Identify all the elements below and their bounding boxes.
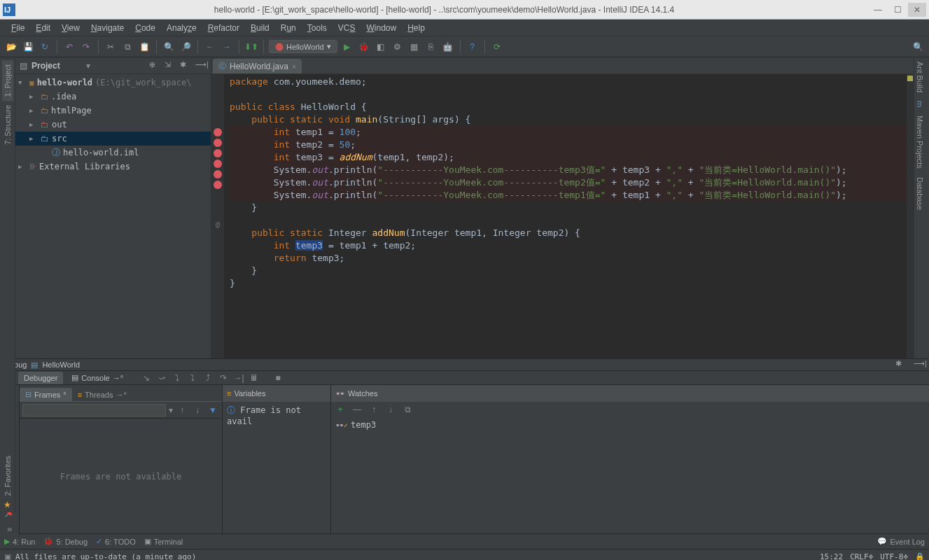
stop-icon[interactable]: ⎘ [424, 40, 438, 54]
error-stripe[interactable] [907, 74, 914, 358]
tool-window-ant[interactable]: Ant Build [914, 57, 925, 97]
save-all-icon[interactable]: 💾 [21, 40, 35, 54]
code-line[interactable] [230, 88, 908, 101]
run-button[interactable]: ▶ [340, 40, 354, 54]
coverage-icon[interactable]: ◧ [374, 40, 388, 54]
code-line[interactable]: System.out.println("-----------YouMeek.c… [230, 164, 908, 176]
filter-icon[interactable]: ▼ [207, 404, 219, 416]
menu-view[interactable]: View [56, 21, 85, 35]
add-watch-icon[interactable]: + [334, 403, 347, 416]
breakpoint-marker[interactable] [214, 128, 222, 136]
dropdown-icon[interactable]: ▾ [86, 61, 90, 71]
code-editor[interactable]: @ package com.youmeek.demo;public class … [211, 74, 914, 358]
step-out-icon[interactable]: ⤴ [202, 372, 214, 384]
step-over-icon[interactable]: ⤻ [155, 372, 168, 384]
status-icon[interactable]: ▣ [4, 552, 11, 560]
hide-icon[interactable]: ⟶| [195, 60, 207, 71]
code-line[interactable]: System.out.println("-----------YouMeek.c… [230, 176, 908, 189]
breakpoint-marker[interactable] [214, 139, 222, 147]
help-icon[interactable]: ? [466, 40, 480, 54]
replace-icon[interactable]: 🔎 [179, 40, 193, 54]
editor-tab[interactable]: Ⓒ HelloWorld.java × [213, 59, 302, 74]
find-icon[interactable]: 🔍 [162, 40, 176, 54]
search-everywhere-icon[interactable]: 🔍 [911, 40, 925, 54]
code-line[interactable]: int temp3 = addNum(temp1, temp2); [230, 151, 908, 164]
remove-watch-icon[interactable]: — [351, 403, 363, 416]
code-line[interactable]: int temp2 = 50; [230, 139, 908, 151]
up-icon[interactable]: ↑ [368, 403, 380, 416]
scroll-from-source-icon[interactable]: ⊕ [149, 60, 160, 71]
menu-window[interactable]: Window [361, 21, 402, 35]
gear-icon[interactable]: ✱ [895, 359, 907, 370]
bottom-todo[interactable]: ✓6: TODO [96, 537, 136, 546]
run-configuration-dropdown[interactable]: ⬤ HelloWorld ▾ [269, 40, 337, 53]
code-line[interactable]: public static Integer addNum(Integer tem… [230, 227, 908, 239]
forward-icon[interactable]: → [220, 40, 234, 54]
menu-navigate[interactable]: Navigate [85, 21, 130, 35]
make-icon[interactable]: ⬇⬆ [244, 40, 258, 54]
tool-window-structure[interactable]: 7: Structure [2, 101, 13, 149]
status-encoding[interactable]: UTF-8≑ [880, 552, 908, 560]
tool-window-database[interactable]: Database [914, 173, 925, 214]
menu-help[interactable]: Help [402, 21, 431, 35]
android-icon[interactable]: 🤖 [441, 40, 455, 54]
tool-window-favorites[interactable]: 2: Favorites [2, 451, 13, 500]
evaluate-icon[interactable]: 🖩 [248, 372, 260, 384]
menu-file[interactable]: File [6, 21, 30, 35]
show-execution-point-icon[interactable]: ↘ [140, 372, 153, 384]
tree-root[interactable]: ▼ ▣ hello-world (E:\git_work_space\ [15, 76, 211, 90]
menu-edit[interactable]: Edit [30, 21, 56, 35]
step-into-icon[interactable]: ⤵ [171, 372, 183, 384]
hide-icon[interactable]: ⟶| [914, 359, 925, 370]
tool-window-maven[interactable]: m [914, 97, 925, 111]
threads-tab[interactable]: ≡ Threads →° [72, 388, 132, 401]
menu-vcs[interactable]: VCS [333, 21, 361, 35]
status-line-ending[interactable]: CRLF≑ [850, 552, 873, 560]
back-icon[interactable]: ← [203, 40, 217, 54]
tree-item[interactable]: Ⓙ hello-world.iml [15, 146, 211, 160]
lock-icon[interactable]: 🔒 [915, 552, 925, 560]
copy-icon[interactable]: ⧉ [401, 403, 414, 416]
code-line[interactable]: public static void main(String[] args) { [230, 113, 908, 126]
tree-item[interactable]: ▶ 🗀 .idea [15, 90, 211, 104]
code-line[interactable]: System.out.println("-----------YouMeek.c… [230, 189, 908, 202]
breakpoint-marker[interactable] [214, 181, 222, 189]
bottom-run[interactable]: ▶4: Run [4, 537, 35, 546]
gear-icon[interactable]: ✱ [180, 60, 191, 71]
redo-icon[interactable]: ↷ [79, 40, 93, 54]
code-line[interactable]: public class HelloWorld { [230, 101, 908, 113]
tool-window-project[interactable]: 1: Project [2, 60, 13, 101]
breakpoint-marker[interactable] [214, 149, 222, 158]
code-line[interactable]: } [230, 265, 908, 277]
debug-button[interactable]: 🐞 [357, 40, 371, 54]
undo-icon[interactable]: ↶ [62, 40, 76, 54]
force-step-into-icon[interactable]: ⤵ [186, 372, 199, 384]
paste-icon[interactable]: 📋 [137, 40, 151, 54]
minimize-button[interactable]: — [869, 3, 887, 17]
dropdown-icon[interactable]: ▾ [169, 405, 173, 415]
bottom-terminal[interactable]: ▣Terminal [144, 537, 183, 546]
sync-icon[interactable]: ↻ [38, 40, 52, 54]
menu-analyze[interactable]: Analyze [161, 21, 202, 35]
breakpoint-marker[interactable] [214, 160, 222, 168]
prev-frame-icon[interactable]: ↑ [176, 404, 188, 416]
menu-build[interactable]: Build [245, 21, 275, 35]
console-tab[interactable]: ▤ Console →° [66, 371, 129, 384]
code-line[interactable]: int temp1 = 100; [230, 126, 908, 139]
menu-code[interactable]: Code [130, 21, 161, 35]
event-log[interactable]: 💬Event Log [877, 537, 925, 546]
next-frame-icon[interactable]: ↓ [191, 404, 204, 416]
profile-icon[interactable]: ⚙ [391, 40, 405, 54]
close-button[interactable]: ✕ [908, 3, 926, 17]
cut-icon[interactable]: ✂ [104, 40, 118, 54]
menu-refactor[interactable]: Refactor [202, 21, 245, 35]
stop-square-icon[interactable]: ■ [272, 372, 284, 384]
code-line[interactable]: int temp3 = temp1 + temp2; [230, 239, 908, 252]
copy-icon[interactable]: ⧉ [120, 40, 134, 54]
tool-window-maven-label[interactable]: Maven Projects [914, 111, 925, 173]
code-line[interactable]: package com.youmeek.demo; [230, 76, 908, 88]
watch-item[interactable]: 👓✓ temp3 [335, 420, 925, 430]
drop-frame-icon[interactable]: ↷ [217, 372, 230, 384]
override-marker[interactable]: @ [211, 218, 224, 231]
down-icon[interactable]: ↓ [384, 403, 397, 416]
